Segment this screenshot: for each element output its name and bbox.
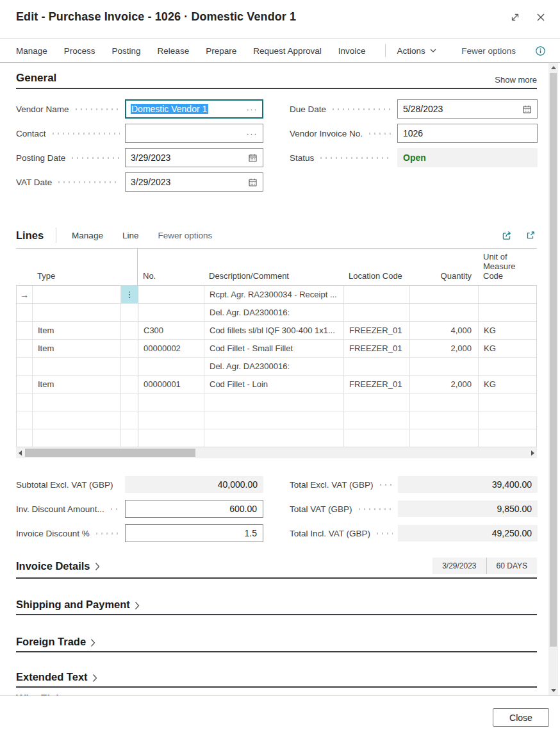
- invoice-discount-pct-input[interactable]: 1.5: [125, 524, 263, 542]
- foreign-trade-section-title[interactable]: Foreign Trade: [16, 636, 86, 648]
- cell-no[interactable]: [138, 304, 204, 321]
- ribbon-item-manage[interactable]: Manage: [16, 46, 47, 56]
- cell-type[interactable]: Item: [33, 322, 121, 339]
- chevron-right-icon[interactable]: [92, 674, 97, 683]
- cell-uom[interactable]: KG: [479, 376, 538, 393]
- scroll-up-arrow-icon[interactable]: [551, 66, 556, 69]
- cell-description[interactable]: Cod fillets sl/bl IQF 300-400 1x1...: [204, 322, 344, 339]
- cell-quantity[interactable]: [410, 358, 479, 375]
- cell-description[interactable]: [204, 429, 344, 447]
- vendor-name-input[interactable]: Domestic Vendor 1 ···: [125, 99, 263, 119]
- header-location-code[interactable]: Location Code: [343, 271, 409, 285]
- cell-type[interactable]: [33, 411, 121, 429]
- extended-text-section-title[interactable]: Extended Text: [16, 671, 88, 683]
- ribbon-item-request-approval[interactable]: Request Approval: [253, 46, 322, 56]
- cell-quantity[interactable]: [410, 411, 479, 429]
- scroll-left-arrow-icon[interactable]: [19, 451, 22, 456]
- cell-type[interactable]: [33, 393, 121, 411]
- table-row[interactable]: Item C300 Cod fillets sl/bl IQF 300-400 …: [17, 322, 536, 340]
- table-row[interactable]: → ⋮ Rcpt. Agr. RA2300034 - Receipt ...: [17, 286, 536, 304]
- calendar-icon[interactable]: [522, 104, 532, 114]
- cell-no[interactable]: [138, 393, 204, 411]
- close-dialog-icon[interactable]: [536, 12, 546, 22]
- cell-uom[interactable]: KG: [479, 322, 538, 339]
- cell-uom[interactable]: [479, 429, 538, 447]
- vat-date-input[interactable]: 3/29/2023: [125, 172, 263, 192]
- cell-no[interactable]: [138, 286, 204, 303]
- table-row[interactable]: Item 00000001 Cod Fillet - Loin FREEZER_…: [17, 376, 536, 393]
- ribbon-item-release[interactable]: Release: [158, 46, 190, 56]
- assist-edit-icon[interactable]: ···: [247, 129, 258, 138]
- chevron-right-icon[interactable]: [95, 562, 100, 571]
- due-date-input[interactable]: 5/28/2023: [397, 99, 538, 119]
- header-quantity[interactable]: Quantity: [409, 271, 478, 285]
- table-row[interactable]: [17, 411, 536, 429]
- invoice-details-section-title[interactable]: Invoice Details: [16, 560, 90, 572]
- table-row[interactable]: Del. Agr. DA2300016:: [17, 358, 536, 376]
- cell-description[interactable]: Cod Fillet - Loin: [204, 376, 344, 393]
- cell-no[interactable]: 00000002: [138, 340, 204, 357]
- vertical-scroll-thumb[interactable]: [550, 73, 557, 647]
- chevron-right-icon[interactable]: [135, 601, 140, 610]
- calendar-icon[interactable]: [248, 153, 258, 163]
- calendar-icon[interactable]: [248, 178, 258, 187]
- cell-description[interactable]: Del. Agr. DA2300016:: [204, 358, 344, 375]
- horizontal-scroll-thumb[interactable]: [25, 449, 195, 457]
- cell-uom[interactable]: [479, 304, 538, 321]
- cell-quantity[interactable]: [410, 429, 479, 447]
- cell-uom[interactable]: [479, 411, 538, 429]
- cell-quantity[interactable]: [410, 304, 479, 321]
- cell-location[interactable]: [344, 429, 410, 447]
- table-row[interactable]: [17, 393, 536, 411]
- cell-location[interactable]: [344, 358, 410, 375]
- lines-line-menu[interactable]: Line: [122, 231, 139, 240]
- ribbon-item-process[interactable]: Process: [64, 46, 95, 56]
- cell-location[interactable]: [344, 304, 410, 321]
- focus-mode-icon[interactable]: [525, 230, 536, 240]
- cell-quantity[interactable]: 2,000: [410, 340, 479, 357]
- cell-type[interactable]: [33, 358, 121, 375]
- cell-quantity[interactable]: [410, 286, 479, 303]
- cell-uom[interactable]: KG: [479, 340, 538, 357]
- cell-no[interactable]: [138, 358, 204, 375]
- scroll-right-arrow-icon[interactable]: [531, 451, 534, 456]
- ribbon-item-invoice[interactable]: Invoice: [338, 46, 366, 56]
- ribbon-item-posting[interactable]: Posting: [112, 46, 141, 56]
- cell-quantity[interactable]: 4,000: [410, 322, 479, 339]
- close-button[interactable]: Close: [493, 708, 549, 727]
- shipping-and-payment-section-title[interactable]: Shipping and Payment: [16, 599, 130, 611]
- scroll-down-arrow-icon[interactable]: [551, 689, 556, 692]
- actions-menu-button[interactable]: Actions: [397, 46, 436, 56]
- cell-quantity[interactable]: 2,000: [410, 376, 479, 393]
- resize-dialog-icon[interactable]: [510, 12, 520, 22]
- vendor-invoice-no-input[interactable]: 1026: [397, 124, 538, 143]
- inv-discount-amount-input[interactable]: 600.00: [125, 500, 263, 518]
- assist-edit-icon[interactable]: ···: [247, 104, 258, 114]
- cell-type[interactable]: Item: [33, 376, 121, 393]
- cell-location[interactable]: FREEZER_01: [344, 340, 410, 357]
- cell-description[interactable]: Rcpt. Agr. RA2300034 - Receipt ...: [204, 286, 344, 303]
- cell-location[interactable]: FREEZER_01: [344, 376, 410, 393]
- ribbon-item-prepare[interactable]: Prepare: [206, 46, 236, 56]
- cell-description[interactable]: Cod Fillet - Small Fillet: [204, 340, 344, 357]
- cell-type[interactable]: Item: [33, 340, 121, 357]
- cell-no[interactable]: 00000001: [138, 376, 204, 393]
- fewer-options-button[interactable]: Fewer options: [461, 46, 516, 56]
- chevron-right-icon[interactable]: [90, 638, 95, 647]
- cell-type[interactable]: [33, 429, 121, 447]
- header-unit-of-measure[interactable]: Unit of Measure Code: [478, 252, 537, 285]
- cell-no[interactable]: C300: [138, 322, 204, 339]
- table-row[interactable]: Del. Agr. DA2300016:: [17, 304, 536, 322]
- lines-fewer-options[interactable]: Fewer options: [158, 231, 212, 240]
- header-type[interactable]: Type: [32, 271, 120, 285]
- cell-uom[interactable]: [479, 393, 538, 411]
- contact-input[interactable]: ···: [125, 124, 263, 143]
- cell-location[interactable]: [344, 411, 410, 429]
- page-vertical-scrollbar[interactable]: [548, 63, 558, 695]
- lines-manage-menu[interactable]: Manage: [72, 231, 103, 240]
- cell-type[interactable]: [33, 286, 121, 303]
- cell-description[interactable]: [204, 411, 344, 429]
- cell-location[interactable]: [344, 286, 410, 303]
- table-row[interactable]: Item 00000002 Cod Fillet - Small Fillet …: [17, 340, 536, 358]
- header-description[interactable]: Description/Comment: [204, 271, 343, 285]
